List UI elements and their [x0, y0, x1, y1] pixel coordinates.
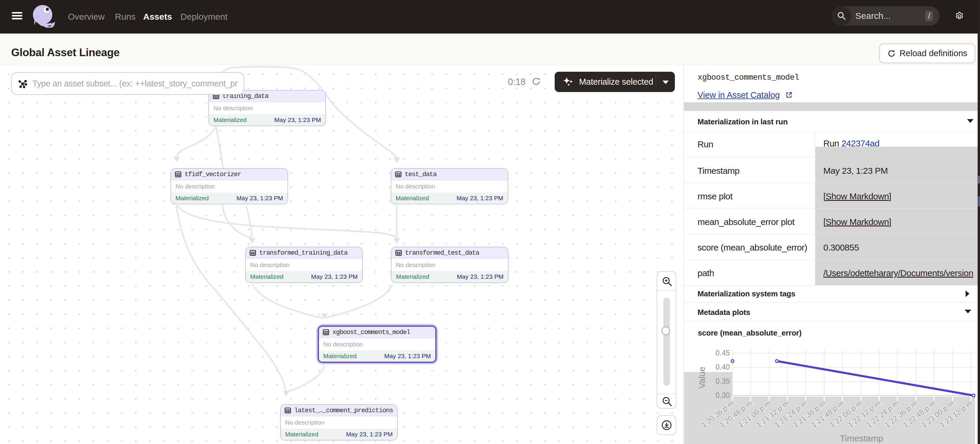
- svg-text:0.45: 0.45: [716, 349, 730, 357]
- svg-text:Value: Value: [697, 367, 706, 389]
- svg-text:0.30: 0.30: [716, 391, 730, 399]
- svg-text:0.40: 0.40: [716, 363, 730, 371]
- svg-text:0.35: 0.35: [716, 377, 730, 385]
- svg-text:Timestamp: Timestamp: [840, 433, 883, 443]
